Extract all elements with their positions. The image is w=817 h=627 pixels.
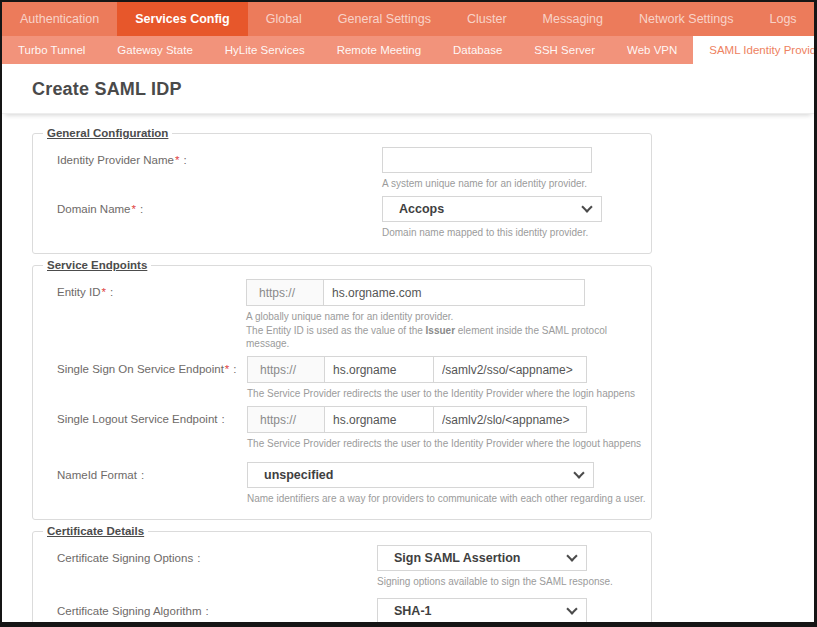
section-service-endpoints-legend: Service Endpoints <box>43 259 151 271</box>
section-general-configuration: General Configuration Identity Provider … <box>32 127 652 254</box>
topnav-item-services-config[interactable]: Services Config <box>117 2 247 36</box>
sso-protocol-prefix: https:// <box>247 356 325 383</box>
sub-navigation: Turbo Tunnel Gateway State HyLite Servic… <box>2 36 814 64</box>
field-row-entity-id: Entity ID*: https:// A globally unique n… <box>33 279 651 350</box>
sso-path-input[interactable] <box>433 356 587 383</box>
signing-options-help: Signing options available to sign the SA… <box>377 575 613 588</box>
section-certificate-details: Certificate Details Certificate Signing … <box>32 525 652 627</box>
label-colon: : <box>183 154 186 166</box>
subnav-item-database[interactable]: Database <box>437 36 518 64</box>
signing-algorithm-label-text: Certificate Signing Algorithm <box>57 605 201 617</box>
field-row-domain-name: Domain Name*: Accops Domain name mapped … <box>33 196 651 239</box>
required-asterisk: * <box>132 203 136 215</box>
sso-endpoint-help: The Service Provider redirects the user … <box>247 387 635 400</box>
field-row-nameid-format: NameId Format: unspecified Name identifi… <box>33 462 651 505</box>
topnav-item-cluster[interactable]: Cluster <box>449 2 525 36</box>
required-asterisk: * <box>101 286 105 298</box>
label-colon: : <box>141 469 144 481</box>
domain-name-help: Domain name mapped to this identity prov… <box>382 226 602 239</box>
required-asterisk: * <box>175 154 179 166</box>
sso-endpoint-label-text: Single Sign On Service Endpoint <box>57 363 224 375</box>
signing-algorithm-select-value: SHA-1 <box>394 604 432 618</box>
sso-endpoint-label: Single Sign On Service Endpoint*: <box>33 356 247 382</box>
slo-host-input[interactable] <box>324 406 434 433</box>
nameid-format-select-value: unspecified <box>264 468 333 482</box>
topnav-item-authentication[interactable]: Authentication <box>2 2 117 36</box>
label-colon: : <box>110 286 113 298</box>
page-title: Create SAML IDP <box>32 79 814 100</box>
chevron-down-icon <box>581 201 592 212</box>
topnav-item-general-settings[interactable]: General Settings <box>320 2 449 36</box>
idp-name-help: A system unique name for an identity pro… <box>382 177 592 190</box>
section-certificate-details-legend: Certificate Details <box>43 525 148 537</box>
label-colon: : <box>205 605 208 617</box>
domain-name-label: Domain Name*: <box>33 196 382 222</box>
top-navigation: Authentication Services Config Global Ge… <box>2 2 814 36</box>
label-colon: : <box>140 203 143 215</box>
label-colon: : <box>197 552 200 564</box>
subnav-item-hylite-services[interactable]: HyLite Services <box>209 36 321 64</box>
label-colon: : <box>221 413 224 425</box>
signing-algorithm-select[interactable]: SHA-1 <box>377 598 587 624</box>
signing-options-label-text: Certificate Signing Options <box>57 552 193 564</box>
field-row-signing-algorithm: Certificate Signing Algorithm: SHA-1 Alg… <box>33 598 651 627</box>
slo-protocol-prefix: https:// <box>247 406 325 433</box>
idp-name-input[interactable] <box>382 147 592 173</box>
topnav-item-messaging[interactable]: Messaging <box>525 2 621 36</box>
entity-id-input[interactable] <box>323 279 585 306</box>
field-row-signing-options: Certificate Signing Options: Sign SAML A… <box>33 545 651 588</box>
topnav-item-global[interactable]: Global <box>248 2 320 36</box>
page-header: Create SAML IDP <box>2 64 814 114</box>
domain-name-select[interactable]: Accops <box>382 196 602 222</box>
nameid-format-help: Name identifiers are a way for providers… <box>247 492 646 505</box>
sso-host-input[interactable] <box>324 356 434 383</box>
subnav-item-saml-identity-providers[interactable]: SAML Identity Providers <box>693 36 817 64</box>
field-row-identity-provider-name: Identity Provider Name*: A system unique… <box>33 147 651 190</box>
nameid-format-label-text: NameId Format <box>57 469 137 481</box>
section-service-endpoints: Service Endpoints Entity ID*: https:// A… <box>32 259 652 520</box>
idp-name-label-text: Identity Provider Name <box>57 154 174 166</box>
subnav-item-gateway-state[interactable]: Gateway State <box>101 36 208 64</box>
subnav-item-ssh-server[interactable]: SSH Server <box>518 36 611 64</box>
topnav-item-logs[interactable]: Logs <box>752 2 815 36</box>
label-colon: : <box>233 363 236 375</box>
idp-name-label: Identity Provider Name*: <box>33 147 382 173</box>
entity-id-label-text: Entity ID <box>57 286 100 298</box>
entity-id-help-1: A globally unique name for an identity p… <box>246 310 651 323</box>
chevron-down-icon <box>566 603 577 614</box>
field-row-sso-endpoint: Single Sign On Service Endpoint*: https:… <box>33 356 651 400</box>
slo-path-input[interactable] <box>433 406 587 433</box>
signing-options-select-value: Sign SAML Assertion <box>394 551 520 565</box>
domain-name-select-value: Accops <box>399 202 444 216</box>
slo-endpoint-label-text: Single Logout Service Endpoint <box>57 413 217 425</box>
signing-options-select[interactable]: Sign SAML Assertion <box>377 545 587 571</box>
domain-name-label-text: Domain Name <box>57 203 131 215</box>
topnav-item-network-settings[interactable]: Network Settings <box>621 2 751 36</box>
entity-id-protocol-prefix: https:// <box>246 279 324 306</box>
field-row-slo-endpoint: Single Logout Service Endpoint: https://… <box>33 406 651 450</box>
slo-endpoint-help: The Service Provider redirects the user … <box>247 437 641 450</box>
nameid-format-label: NameId Format: <box>33 462 247 488</box>
chevron-down-icon <box>566 550 577 561</box>
app-window: Authentication Services Config Global Ge… <box>0 0 817 627</box>
entity-id-help-2: The Entity ID is used as the value of th… <box>246 324 651 350</box>
signing-algorithm-label: Certificate Signing Algorithm: <box>33 598 377 624</box>
entity-id-label: Entity ID*: <box>33 279 246 305</box>
slo-endpoint-label: Single Logout Service Endpoint: <box>33 406 247 432</box>
chevron-down-icon <box>573 467 584 478</box>
signing-options-label: Certificate Signing Options: <box>33 545 377 571</box>
nameid-format-select[interactable]: unspecified <box>247 462 594 488</box>
subnav-item-turbo-tunnel[interactable]: Turbo Tunnel <box>2 36 101 64</box>
section-general-configuration-legend: General Configuration <box>43 127 172 139</box>
subnav-item-web-vpn[interactable]: Web VPN <box>611 36 693 64</box>
required-asterisk: * <box>225 363 229 375</box>
subnav-item-remote-meeting[interactable]: Remote Meeting <box>321 36 437 64</box>
